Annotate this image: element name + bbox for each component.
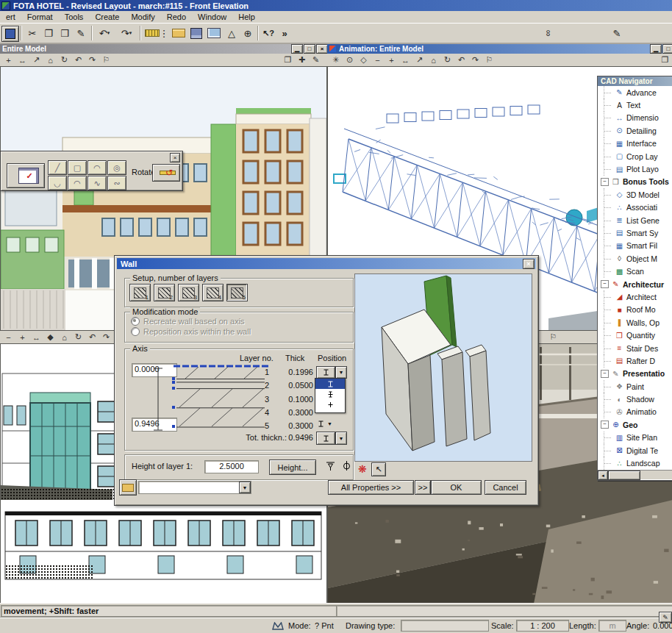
geometry-tool-button[interactable]: ◡ (48, 176, 67, 190)
view-tool-icon[interactable]: ↶ (85, 332, 99, 343)
length-field[interactable]: m (598, 620, 626, 632)
navigator-item-plot-layo[interactable]: ▤Plot Layo (598, 162, 672, 175)
geometry-tool-button[interactable]: ◠ (87, 160, 107, 175)
view-tool-icon[interactable]: + (385, 54, 398, 65)
view-tool-icon[interactable]: ✚ (295, 54, 309, 65)
wall-3d-preview[interactable] (354, 273, 532, 462)
position-option[interactable] (315, 399, 345, 410)
ruler-icon[interactable] (144, 26, 160, 40)
view-tool-icon[interactable]: ⚐ (546, 332, 560, 343)
navigator-item-site-plan[interactable]: ▥Site Plan (598, 432, 672, 444)
minimize-button[interactable]: ▁ (291, 44, 303, 54)
wall-dialog[interactable]: Wall × Setup, number of layers 12345 Mod… (114, 255, 539, 506)
navigator-item-advance[interactable]: ✎Advance (598, 86, 672, 99)
navigator-item-architectur[interactable]: −✎Architectur (598, 278, 672, 290)
context-help-icon[interactable]: ↖? (260, 26, 276, 40)
position-option[interactable] (315, 389, 345, 399)
position-dropdown-popup[interactable] (315, 378, 346, 413)
height-button[interactable]: Height... (269, 459, 316, 475)
menu-item-help[interactable]: Help (232, 12, 261, 22)
new-project-button[interactable] (1, 26, 19, 42)
geometry-tool-button[interactable]: ▢ (68, 160, 87, 175)
menu-item-modify[interactable]: Modify (125, 12, 160, 22)
maximize-button[interactable]: □ (662, 44, 672, 54)
view-tool-icon[interactable]: ↷ (85, 54, 99, 65)
view-tool-icon[interactable]: ❐ (281, 54, 295, 65)
view-tool-icon[interactable]: ⚐ (482, 54, 496, 65)
view-tool-icon[interactable]: ↶ (71, 54, 85, 65)
navigator-item-3d-model[interactable]: ◇3D Model (598, 188, 672, 201)
view-tool-icon[interactable]: ↗ (29, 54, 43, 65)
view-tool-icon[interactable]: − (1, 332, 15, 343)
layers-count-button-2[interactable]: 2 (154, 284, 175, 301)
navigator-item-list-gene[interactable]: ≣List Gene (598, 214, 672, 226)
navigator-hscrollbar[interactable]: ◂ (598, 470, 672, 479)
navigator-item-scan[interactable]: ▩Scan (598, 265, 672, 277)
view-tool-icon[interactable]: ◇ (357, 54, 371, 65)
navigator-item-quantity[interactable]: ❒Quantity (598, 329, 672, 341)
navigator-item-geo[interactable]: −⊕Geo (598, 418, 672, 431)
geometry-tool-button[interactable]: ∿ (87, 176, 107, 190)
dialog-close-button[interactable]: × (523, 259, 535, 269)
navigator-item-text[interactable]: AText (598, 99, 672, 111)
layer-position-control[interactable]: ▼ (318, 421, 332, 427)
layers-count-button-3[interactable]: 3 (178, 284, 199, 301)
navigator-item-shadow[interactable]: ◐Shadow (598, 393, 672, 405)
copy-icon[interactable]: ❐ (40, 26, 57, 40)
cad-navigator-panel[interactable]: CAD Navigator ✎AdvanceAText↔Dimensio⊙Det… (597, 76, 672, 481)
tree-collapse-icon[interactable]: − (601, 280, 609, 288)
favorites-combo[interactable]: ▼ (138, 481, 251, 494)
navigator-item-animatio[interactable]: ✇Animatio (598, 406, 672, 418)
layers-count-button-4[interactable]: 4 (202, 284, 224, 301)
position-option-selected[interactable] (315, 379, 345, 389)
navigator-item-smart-fil[interactable]: ▦Smart Fil (598, 240, 672, 252)
navigator-item-smart-sy[interactable]: ▤Smart Sy (598, 226, 672, 239)
layers-count-button-1[interactable]: 1 (129, 284, 151, 301)
rotate-button[interactable]: ↺ (152, 164, 180, 182)
geometry-tool-button[interactable]: ∾ (107, 176, 126, 190)
view-tool-icon[interactable]: ↔ (29, 332, 43, 343)
close-button[interactable]: × (316, 44, 328, 54)
geometry-tool-button[interactable]: ◎ (107, 160, 126, 175)
status-corner-button[interactable]: ✎ (659, 612, 672, 623)
view-tool-icon[interactable]: ❐ (658, 54, 672, 65)
modify-tool-palette[interactable]: × ✓ ╱▢◠◎◡◠∿∾ Rotate ↺ (0, 151, 183, 191)
bottom-elevation-icon[interactable] (341, 460, 352, 471)
navigator-item-roof-mo[interactable]: ■Roof Mo (598, 304, 672, 316)
view-tool-icon[interactable]: ⌂ (57, 332, 71, 343)
options-dots-icon[interactable]: ⋮ (160, 26, 168, 40)
undo-button[interactable]: ↶▾ (94, 26, 115, 40)
navigator-item-object-m[interactable]: ◊Object M (598, 252, 672, 265)
view-tool-icon[interactable]: ⊙ (343, 54, 357, 65)
tree-collapse-icon[interactable]: − (601, 421, 609, 429)
navigator-item-interface[interactable]: ▦Interface (598, 137, 672, 150)
viewport-entire-model-titlebar[interactable]: Entire Model ▁ □ × (0, 44, 330, 54)
layers-count-button-5[interactable]: 5 (226, 284, 248, 301)
navigator-item-associati[interactable]: ∴Associati (598, 201, 672, 214)
radio-icon[interactable] (131, 327, 140, 336)
menu-item-create[interactable]: Create (89, 12, 125, 22)
link-icon[interactable]: ∞ (541, 25, 556, 41)
navigator-item-paint[interactable]: ❖Paint (598, 380, 672, 393)
navigator-item-crop-lay[interactable]: ▢Crop Lay (598, 150, 672, 162)
view-tool-icon[interactable]: ↻ (57, 54, 71, 65)
radio-reposition-axis[interactable]: Reposition axis within the wall (125, 326, 353, 336)
view-tool-icon[interactable]: ↻ (71, 332, 85, 343)
view-tool-icon[interactable]: ⌂ (426, 54, 440, 65)
globe-icon[interactable]: ⊕ (240, 26, 256, 40)
combo-dropdown-icon[interactable]: ▼ (239, 482, 251, 493)
menu-item-redo[interactable]: Redo (161, 12, 192, 22)
image-icon[interactable] (206, 26, 222, 40)
cad-navigator-titlebar[interactable]: CAD Navigator (598, 76, 672, 86)
navigator-item-architect[interactable]: ◢Architect (598, 290, 672, 303)
total-position-control[interactable]: ▼ (316, 432, 347, 445)
drawing-type-field[interactable] (401, 620, 489, 632)
ok-button[interactable]: OK (431, 480, 482, 495)
view-tool-icon[interactable]: ✎ (309, 54, 323, 65)
view-tool-icon[interactable]: ⌂ (43, 54, 57, 65)
menu-item-window[interactable]: Window (192, 12, 232, 22)
view-tool-icon[interactable]: ◆ (43, 332, 57, 343)
view-tool-icon[interactable]: ↷ (468, 54, 482, 65)
layer-position-control[interactable]: ▼ (316, 366, 347, 379)
navigator-item-stair-des[interactable]: ≡Stair Des (598, 342, 672, 354)
